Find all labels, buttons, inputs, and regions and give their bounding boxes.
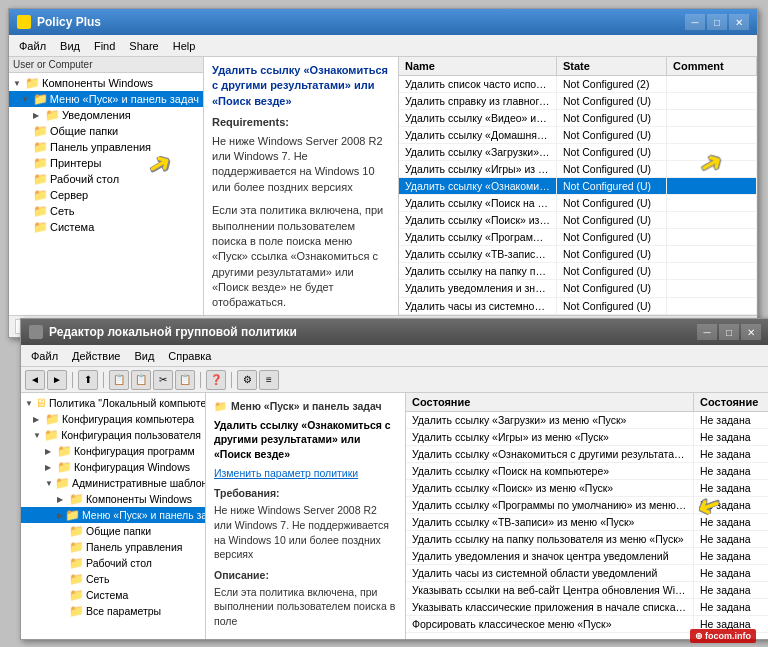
top-policy-row-5[interactable]: Удалить ссылку «Игры» из меню «Пуск» Not… [399, 161, 757, 178]
menu-share[interactable]: Share [123, 38, 164, 54]
menu-file[interactable]: Файл [13, 38, 52, 54]
gpo-tree-item-7[interactable]: ▶ 📁 Меню «Пуск» и панель задач [21, 507, 205, 523]
tree-item-2[interactable]: ▶ 📁 Уведомления [9, 107, 203, 123]
gpo-label-13: Все параметры [86, 605, 161, 617]
toolbar-btn-9[interactable]: ≡ [259, 370, 279, 390]
top-policy-row-0[interactable]: Удалить список часто используемых програ… [399, 76, 757, 93]
bottom-policy-row-2[interactable]: Удалить ссылку «Ознакомиться с другими р… [406, 446, 768, 463]
top-policy-row-9[interactable]: Удалить ссылку «Программы по умолчанию» … [399, 229, 757, 246]
toolbar-btn-6[interactable]: 📋 [175, 370, 195, 390]
gpo-tree-item-10[interactable]: 📁 Рабочий стол [21, 555, 205, 571]
folder-icon-desc: 📁 [214, 399, 227, 414]
back-button[interactable]: ◄ [25, 370, 45, 390]
menu-view-bottom[interactable]: Вид [128, 348, 160, 364]
menu-action[interactable]: Действие [66, 348, 126, 364]
top-policy-row-12[interactable]: Удалить уведомления и зна⬛к центра уведо… [399, 280, 757, 298]
close-button[interactable]: ✕ [729, 14, 749, 30]
gpo-label-1: Конфигурация компьютера [62, 413, 194, 425]
bottom-policy-row-0[interactable]: Удалить ссылку «Загрузки» из меню «Пуск»… [406, 412, 768, 429]
maximize-button[interactable]: □ [707, 14, 727, 30]
change-policy-link[interactable]: Изменить параметр политики [214, 467, 358, 479]
menu-bar-top: Файл Вид Find Share Help [9, 35, 757, 57]
gpo-col-state[interactable]: Состояние [694, 393, 768, 411]
bottom-policy-row-11[interactable]: Указывать классические приложения в нача… [406, 599, 768, 616]
tree-item-1[interactable]: ▼ 📁 Меню «Пуск» и панель задач [9, 91, 203, 107]
desc-body: Если эта политика включена, при выполнен… [212, 203, 390, 311]
gpo-tree-item-12[interactable]: 📁 Система [21, 587, 205, 603]
gpo-tree-item-5[interactable]: ▼ 📁 Административные шаблоны: [21, 475, 205, 491]
menu-find[interactable]: Find [88, 38, 121, 54]
gpo-tree-item-1[interactable]: ▶ 📁 Конфигурация компьютера [21, 411, 205, 427]
gpo-tree-item-11[interactable]: 📁 Сеть [21, 571, 205, 587]
menu-file-bottom[interactable]: Файл [25, 348, 64, 364]
tree-item-5[interactable]: 📁 Принтеры [9, 155, 203, 171]
forward-button[interactable]: ► [47, 370, 67, 390]
gpo-arrow-5: ▼ [45, 479, 53, 488]
minimize-button-bottom[interactable]: ─ [697, 324, 717, 340]
tree-item-7[interactable]: 📁 Сервер [9, 187, 203, 203]
tree-label-6: Рабочий стол [50, 173, 119, 185]
toolbar-btn-5[interactable]: ✂ [153, 370, 173, 390]
folder-icon-2: 📁 [45, 108, 60, 122]
top-policy-row-4[interactable]: Удалить ссылку «Загрузки» из меню «Пуск»… [399, 144, 757, 161]
close-button-bottom[interactable]: ✕ [741, 324, 761, 340]
top-policy-comment-0 [667, 76, 757, 92]
top-policy-row-3[interactable]: Удалить ссылку «Домашняя группа из меню … [399, 127, 757, 144]
bottom-policy-row-1[interactable]: Удалить ссылку «Игры» из меню «Пуск» Не … [406, 429, 768, 446]
gpo-tree-item-8[interactable]: 📁 Общие папки [21, 523, 205, 539]
menu-help[interactable]: Help [167, 38, 202, 54]
menu-view[interactable]: Вид [54, 38, 86, 54]
gpo-tree-item-0[interactable]: ▼ 🖥 Политика "Локальный компьютер" [21, 395, 205, 411]
bottom-policy-row-8[interactable]: Удалить уведомления и значок центра увед… [406, 548, 768, 565]
toolbar-separator-3 [200, 372, 201, 388]
toolbar-btn-4[interactable]: 📋 [131, 370, 151, 390]
gpo-tree-item-4[interactable]: ▶ 📁 Конфигурация Windows [21, 459, 205, 475]
policy-list-top: Name State Comment Удалить список часто … [399, 57, 757, 315]
menu-help-bottom[interactable]: Справка [162, 348, 217, 364]
top-policy-name-9: Удалить ссылку «Программы по умолчанию» … [399, 229, 557, 245]
top-policy-comment-4 [667, 144, 757, 160]
tree-item-0[interactable]: ▼ 📁 Компоненты Windows [9, 75, 203, 91]
top-policy-row-7[interactable]: Удалить ссылку «Поиск на компьютере» Not… [399, 195, 757, 212]
bottom-policy-row-4[interactable]: Удалить ссылку «Поиск» из меню «Пуск» Не… [406, 480, 768, 497]
bottom-policy-state-3: Не задана [694, 463, 768, 479]
toolbar-btn-3[interactable]: 📋 [109, 370, 129, 390]
folder-title-row: 📁 Меню «Пуск» и панель задач [214, 399, 397, 414]
bottom-policy-row-3[interactable]: Удалить ссылку «Поиск на компьютере» Не … [406, 463, 768, 480]
gpo-tree-item-3[interactable]: ▶ 📁 Конфигурация программ [21, 443, 205, 459]
toolbar-btn-8[interactable]: ⚙ [237, 370, 257, 390]
bottom-policy-row-7[interactable]: Удалить ссылку на папку пользователя из … [406, 531, 768, 548]
up-button[interactable]: ⬆ [78, 370, 98, 390]
col-state[interactable]: State [557, 57, 667, 75]
top-policy-row-6[interactable]: Удалить ссылку «Ознакомиться с другими р… [399, 178, 757, 195]
top-policy-row-13[interactable]: Удалить часы из системной области уведом… [399, 298, 757, 315]
top-policy-row-8[interactable]: Удалить ссылку «Поиск» из меню «Пуск» No… [399, 212, 757, 229]
top-policy-comment-8 [667, 212, 757, 228]
tree-item-4[interactable]: 📁 Панель управления [9, 139, 203, 155]
gpo-tree-item-6[interactable]: ▶ 📁 Компоненты Windows [21, 491, 205, 507]
gpo-tree-item-13[interactable]: 📁 Все параметры [21, 603, 205, 619]
tree-item-3[interactable]: 📁 Общие папки [9, 123, 203, 139]
tree-item-6[interactable]: 📁 Рабочий стол [9, 171, 203, 187]
tree-item-9[interactable]: 📁 Система [9, 219, 203, 235]
col-name[interactable]: Name [399, 57, 557, 75]
gpo-tree-item-2[interactable]: ▼ 📁 Конфигурация пользователя [21, 427, 205, 443]
top-policy-state-6: Not Configured (U) [557, 178, 667, 194]
toolbar-btn-7[interactable]: ❓ [206, 370, 226, 390]
gpo-tree-item-9[interactable]: 📁 Панель управления [21, 539, 205, 555]
gpo-folder-13: 📁 [69, 604, 84, 618]
minimize-button[interactable]: ─ [685, 14, 705, 30]
bottom-policy-row-10[interactable]: Указывать ссылки на веб-сайт Центра обно… [406, 582, 768, 599]
top-policy-row-10[interactable]: Удалить ссылку «ТВ-записи» из меню «Пуск… [399, 246, 757, 263]
top-policy-row-1[interactable]: Удалить справку из главного меню Not Con… [399, 93, 757, 110]
top-policy-row-2[interactable]: Удалить ссылку «Видео» из меню «Пуск» No… [399, 110, 757, 127]
bottom-policy-row-5[interactable]: Удалить ссылку «Программы по умолчанию» … [406, 497, 768, 514]
gpo-col-name[interactable]: Состояние [406, 393, 694, 411]
top-policy-row-11[interactable]: Удалить ссылку на папку пользователя из … [399, 263, 757, 280]
maximize-button-bottom[interactable]: □ [719, 324, 739, 340]
col-comment[interactable]: Comment [667, 57, 757, 75]
bottom-policy-row-9[interactable]: Удалить часы из системной области уведом… [406, 565, 768, 582]
gpo-folder-12: 📁 [69, 588, 84, 602]
tree-item-8[interactable]: 📁 Сеть [9, 203, 203, 219]
bottom-policy-row-6[interactable]: Удалить ссылку «ТВ-записи» из меню «Пуск… [406, 514, 768, 531]
